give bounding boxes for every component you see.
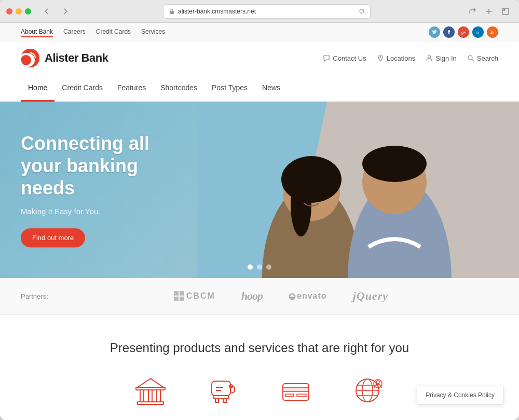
hero-content: Connecting all your banking needs Making… xyxy=(21,132,187,247)
search-link[interactable]: Search xyxy=(467,54,498,62)
facebook-icon[interactable] xyxy=(443,26,455,38)
topbar-about-bank[interactable]: About Bank xyxy=(21,27,53,37)
hero-subtitle: Making It Easy for You. xyxy=(21,207,187,216)
svg-rect-39 xyxy=(283,384,309,400)
piggy-bank-icon xyxy=(208,376,239,407)
product-creditcard-item xyxy=(280,376,311,407)
search-icon xyxy=(467,54,474,62)
url-text: alister-bank.cmsmasters.net xyxy=(178,8,256,15)
svg-text:in: in xyxy=(476,31,479,34)
traffic-lights xyxy=(6,8,31,15)
browser-titlebar: alister-bank.cmsmasters.net xyxy=(0,0,519,23)
svg-point-19 xyxy=(281,156,342,203)
product-savings-item xyxy=(208,376,239,407)
svg-rect-31 xyxy=(212,381,230,396)
products-title: Presenting products and services that ar… xyxy=(21,341,498,355)
topbar-links: About Bank Careers Credit Cards Services xyxy=(21,27,165,37)
svg-text:g+: g+ xyxy=(461,31,466,35)
svg-rect-40 xyxy=(283,387,309,391)
topbar-social: g+ in xyxy=(429,26,498,38)
topbar: About Bank Careers Credit Cards Services… xyxy=(0,23,519,41)
hero-section: Connecting all your banking needs Making… xyxy=(0,102,519,278)
globe-person-icon xyxy=(353,376,384,407)
svg-rect-29 xyxy=(148,390,152,402)
main-nav: Home Credit Cards Features Shortcodes Po… xyxy=(0,75,519,102)
svg-rect-34 xyxy=(223,398,226,402)
hero-dots xyxy=(248,264,271,270)
partner-jquery: jQuery xyxy=(353,289,388,303)
hero-cta-button[interactable]: Find out more xyxy=(21,228,85,247)
nav-features[interactable]: Features xyxy=(110,75,153,102)
refresh-icon[interactable] xyxy=(359,8,365,15)
logo-icon xyxy=(21,49,39,67)
partner-cbcm: CBCM xyxy=(174,291,215,301)
svg-point-23 xyxy=(362,146,427,182)
logo-text: Alister Bank xyxy=(45,51,108,65)
product-bank-item xyxy=(135,376,166,407)
svg-rect-4 xyxy=(503,9,505,11)
header-actions: Contact Us Locations Sign In Search xyxy=(323,54,498,62)
partners-section: Partners: CBCM hoop xyxy=(0,278,519,315)
locations-link[interactable]: Locations xyxy=(377,54,416,62)
tabs-button[interactable] xyxy=(498,4,513,19)
privacy-notice[interactable]: Privacy & Cookies Policy xyxy=(417,386,503,404)
share-button[interactable] xyxy=(465,4,480,19)
hero-dot-1[interactable] xyxy=(248,264,253,270)
new-tab-button[interactable] xyxy=(482,4,496,19)
hero-dot-2[interactable] xyxy=(257,264,262,270)
location-icon xyxy=(377,54,384,62)
hero-title: Connecting all your banking needs xyxy=(21,132,187,200)
hero-image xyxy=(197,102,519,278)
partner-hoop: hoop xyxy=(241,289,263,303)
person-icon xyxy=(426,54,433,62)
googleplus-icon[interactable]: g+ xyxy=(458,26,469,38)
svg-marker-27 xyxy=(138,379,163,387)
hero-dot-3[interactable] xyxy=(266,264,271,270)
minimize-button[interactable] xyxy=(16,8,22,15)
svg-point-7 xyxy=(490,33,491,34)
bank-building-icon xyxy=(135,376,166,407)
forward-button[interactable] xyxy=(58,4,73,19)
chat-icon xyxy=(323,54,330,62)
back-button[interactable] xyxy=(39,4,54,19)
svg-point-13 xyxy=(468,55,472,60)
svg-rect-0 xyxy=(170,11,174,14)
partner-envato: envato xyxy=(289,291,327,301)
nav-post-types[interactable]: Post Types xyxy=(204,75,255,102)
svg-rect-44 xyxy=(297,394,306,397)
svg-point-51 xyxy=(376,381,379,384)
svg-rect-3 xyxy=(502,8,509,15)
svg-line-14 xyxy=(472,59,474,61)
logo[interactable]: Alister Bank xyxy=(21,49,108,67)
svg-rect-28 xyxy=(140,390,144,402)
linkedin-icon[interactable]: in xyxy=(472,26,484,38)
svg-point-10 xyxy=(23,55,33,65)
address-bar[interactable]: alister-bank.cmsmasters.net xyxy=(163,4,371,19)
svg-rect-33 xyxy=(215,398,218,402)
svg-rect-43 xyxy=(285,394,294,397)
topbar-credit-cards[interactable]: Credit Cards xyxy=(96,27,131,37)
browser-window: alister-bank.cmsmasters.net About Bank C… xyxy=(0,0,519,420)
svg-point-12 xyxy=(428,55,431,58)
rss-icon[interactable] xyxy=(487,26,498,38)
contact-us-link[interactable]: Contact Us xyxy=(323,54,366,62)
toolbar-actions xyxy=(465,4,513,19)
nav-shortcodes[interactable]: Shortcodes xyxy=(153,75,204,102)
svg-point-9 xyxy=(21,53,35,67)
twitter-icon[interactable] xyxy=(429,26,440,38)
product-global-item xyxy=(353,376,384,407)
svg-point-8 xyxy=(21,49,39,67)
nav-news[interactable]: News xyxy=(255,75,288,102)
nav-credit-cards[interactable]: Credit Cards xyxy=(54,75,110,102)
maximize-button[interactable] xyxy=(25,8,31,15)
close-button[interactable] xyxy=(6,8,12,15)
svg-point-11 xyxy=(379,57,381,58)
sign-in-link[interactable]: Sign In xyxy=(426,54,456,62)
website-content: About Bank Careers Credit Cards Services… xyxy=(0,23,519,420)
partners-logos: CBCM hoop envato jQuery xyxy=(64,289,498,303)
nav-home[interactable]: Home xyxy=(21,75,54,102)
partners-label: Partners: xyxy=(21,292,48,300)
topbar-careers[interactable]: Careers xyxy=(63,27,86,37)
topbar-services[interactable]: Services xyxy=(141,27,165,37)
lock-icon xyxy=(169,8,175,15)
